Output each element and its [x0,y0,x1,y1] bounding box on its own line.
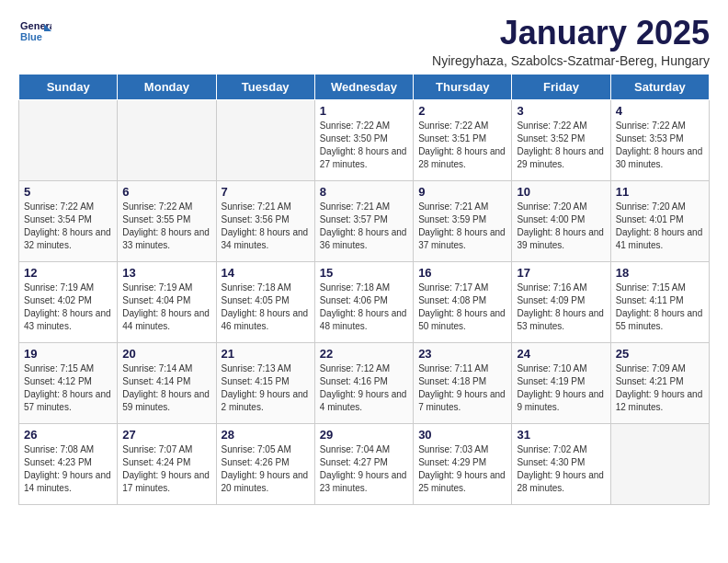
calendar-cell: 11Sunrise: 7:20 AM Sunset: 4:01 PM Dayli… [610,180,709,261]
day-info: Sunrise: 7:11 AM Sunset: 4:18 PM Dayligh… [418,362,506,414]
day-number: 21 [222,347,310,361]
day-number: 13 [122,266,210,280]
calendar-cell: 30Sunrise: 7:03 AM Sunset: 4:29 PM Dayli… [414,423,512,504]
calendar-cell: 28Sunrise: 7:05 AM Sunset: 4:26 PM Dayli… [216,423,314,504]
logo-icon: General Blue [18,15,51,52]
weekday-header-friday: Friday [512,74,610,99]
day-number: 18 [616,266,704,280]
calendar-cell [610,423,709,504]
calendar-cell: 14Sunrise: 7:18 AM Sunset: 4:05 PM Dayli… [216,261,314,342]
day-info: Sunrise: 7:04 AM Sunset: 4:27 PM Dayligh… [320,443,408,495]
day-number: 7 [222,185,310,199]
day-number: 1 [320,104,408,118]
logo: General Blue [18,15,51,55]
day-number: 19 [24,347,112,361]
day-info: Sunrise: 7:22 AM Sunset: 3:50 PM Dayligh… [320,120,408,171]
day-info: Sunrise: 7:20 AM Sunset: 4:00 PM Dayligh… [517,201,605,252]
day-number: 15 [320,266,408,280]
day-number: 3 [517,104,605,118]
calendar-cell [216,99,314,180]
calendar-week-1: 1Sunrise: 7:22 AM Sunset: 3:50 PM Daylig… [19,99,710,180]
calendar-cell: 6Sunrise: 7:22 AM Sunset: 3:55 PM Daylig… [118,180,216,261]
calendar-week-4: 19Sunrise: 7:15 AM Sunset: 4:12 PM Dayli… [19,342,710,423]
weekday-header-tuesday: Tuesday [216,74,314,99]
calendar-cell: 13Sunrise: 7:19 AM Sunset: 4:04 PM Dayli… [118,261,216,342]
month-title: January 2025 [432,15,710,52]
weekday-header-thursday: Thursday [414,74,512,99]
day-number: 23 [418,347,506,361]
day-info: Sunrise: 7:22 AM Sunset: 3:54 PM Dayligh… [24,201,112,252]
day-number: 27 [122,428,210,442]
day-info: Sunrise: 7:22 AM Sunset: 3:53 PM Dayligh… [616,120,704,171]
calendar-cell: 26Sunrise: 7:08 AM Sunset: 4:23 PM Dayli… [19,423,118,504]
calendar-cell: 5Sunrise: 7:22 AM Sunset: 3:54 PM Daylig… [19,180,118,261]
day-number: 10 [517,185,605,199]
day-number: 16 [418,266,506,280]
day-info: Sunrise: 7:19 AM Sunset: 4:02 PM Dayligh… [24,282,112,333]
day-info: Sunrise: 7:10 AM Sunset: 4:19 PM Dayligh… [517,362,605,414]
title-block: January 2025 Nyiregyhaza, Szabolcs-Szatm… [432,15,710,68]
day-number: 5 [24,185,112,199]
calendar-cell: 2Sunrise: 7:22 AM Sunset: 3:51 PM Daylig… [414,99,512,180]
day-number: 12 [24,266,112,280]
day-info: Sunrise: 7:19 AM Sunset: 4:04 PM Dayligh… [122,282,210,333]
calendar-cell [118,99,216,180]
day-number: 31 [517,428,605,442]
calendar-cell: 25Sunrise: 7:09 AM Sunset: 4:21 PM Dayli… [610,342,709,423]
day-info: Sunrise: 7:13 AM Sunset: 4:15 PM Dayligh… [222,362,310,414]
day-info: Sunrise: 7:22 AM Sunset: 3:55 PM Dayligh… [122,201,210,252]
calendar-cell: 15Sunrise: 7:18 AM Sunset: 4:06 PM Dayli… [314,261,413,342]
day-number: 6 [122,185,210,199]
weekday-header-row: SundayMondayTuesdayWednesdayThursdayFrid… [19,74,710,99]
day-number: 29 [320,428,408,442]
day-info: Sunrise: 7:03 AM Sunset: 4:29 PM Dayligh… [418,443,506,495]
calendar-table: SundayMondayTuesdayWednesdayThursdayFrid… [18,74,710,505]
day-info: Sunrise: 7:17 AM Sunset: 4:08 PM Dayligh… [418,282,506,333]
calendar-cell: 23Sunrise: 7:11 AM Sunset: 4:18 PM Dayli… [414,342,512,423]
day-number: 22 [320,347,408,361]
calendar-cell: 9Sunrise: 7:21 AM Sunset: 3:59 PM Daylig… [414,180,512,261]
location-subtitle: Nyiregyhaza, Szabolcs-Szatmar-Bereg, Hun… [432,53,710,68]
day-number: 4 [616,104,704,118]
calendar-week-5: 26Sunrise: 7:08 AM Sunset: 4:23 PM Dayli… [19,423,710,504]
day-info: Sunrise: 7:18 AM Sunset: 4:06 PM Dayligh… [320,282,408,333]
weekday-header-wednesday: Wednesday [314,74,413,99]
calendar-week-2: 5Sunrise: 7:22 AM Sunset: 3:54 PM Daylig… [19,180,710,261]
calendar-cell [19,99,118,180]
day-number: 17 [517,266,605,280]
day-number: 11 [616,185,704,199]
weekday-header-sunday: Sunday [19,74,118,99]
calendar-cell: 31Sunrise: 7:02 AM Sunset: 4:30 PM Dayli… [512,423,610,504]
day-info: Sunrise: 7:02 AM Sunset: 4:30 PM Dayligh… [517,443,605,495]
day-info: Sunrise: 7:22 AM Sunset: 3:52 PM Dayligh… [517,120,605,171]
svg-text:Blue: Blue [20,31,42,42]
calendar-cell: 12Sunrise: 7:19 AM Sunset: 4:02 PM Dayli… [19,261,118,342]
calendar-cell: 20Sunrise: 7:14 AM Sunset: 4:14 PM Dayli… [118,342,216,423]
day-number: 14 [222,266,310,280]
day-number: 20 [122,347,210,361]
day-number: 8 [320,185,408,199]
day-info: Sunrise: 7:08 AM Sunset: 4:23 PM Dayligh… [24,443,112,495]
day-number: 9 [418,185,506,199]
calendar-cell: 4Sunrise: 7:22 AM Sunset: 3:53 PM Daylig… [610,99,709,180]
weekday-header-saturday: Saturday [610,74,709,99]
day-info: Sunrise: 7:14 AM Sunset: 4:14 PM Dayligh… [122,362,210,414]
calendar-cell: 10Sunrise: 7:20 AM Sunset: 4:00 PM Dayli… [512,180,610,261]
day-number: 26 [24,428,112,442]
day-info: Sunrise: 7:20 AM Sunset: 4:01 PM Dayligh… [616,201,704,252]
page: General Blue January 2025 Nyiregyhaza, S… [0,0,728,514]
calendar-cell: 16Sunrise: 7:17 AM Sunset: 4:08 PM Dayli… [414,261,512,342]
calendar-cell: 21Sunrise: 7:13 AM Sunset: 4:15 PM Dayli… [216,342,314,423]
calendar-cell: 3Sunrise: 7:22 AM Sunset: 3:52 PM Daylig… [512,99,610,180]
day-info: Sunrise: 7:12 AM Sunset: 4:16 PM Dayligh… [320,362,408,414]
day-number: 30 [418,428,506,442]
day-info: Sunrise: 7:22 AM Sunset: 3:51 PM Dayligh… [418,120,506,171]
calendar-week-3: 12Sunrise: 7:19 AM Sunset: 4:02 PM Dayli… [19,261,710,342]
day-info: Sunrise: 7:18 AM Sunset: 4:05 PM Dayligh… [222,282,310,333]
day-number: 28 [222,428,310,442]
day-info: Sunrise: 7:07 AM Sunset: 4:24 PM Dayligh… [122,443,210,495]
calendar-cell: 8Sunrise: 7:21 AM Sunset: 3:57 PM Daylig… [314,180,413,261]
day-number: 2 [418,104,506,118]
day-info: Sunrise: 7:21 AM Sunset: 3:57 PM Dayligh… [320,201,408,252]
calendar-cell: 17Sunrise: 7:16 AM Sunset: 4:09 PM Dayli… [512,261,610,342]
